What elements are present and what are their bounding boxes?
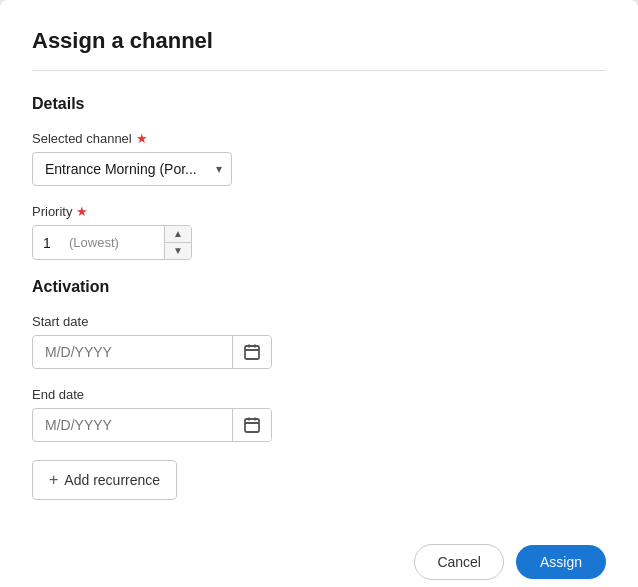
add-recurrence-button[interactable]: + Add recurrence	[32, 460, 177, 500]
assign-button[interactable]: Assign	[516, 545, 606, 579]
priority-up-button[interactable]: ▲	[165, 226, 191, 243]
details-section-title: Details	[32, 95, 606, 113]
calendar-icon	[243, 416, 261, 434]
required-star-channel: ★	[136, 131, 148, 146]
activation-section: Activation Start date En	[32, 278, 606, 500]
svg-rect-4	[245, 419, 259, 432]
end-date-wrapper	[32, 408, 272, 442]
priority-value: 1	[33, 229, 61, 257]
modal-title: Assign a channel	[32, 28, 606, 54]
add-recurrence-label: Add recurrence	[64, 472, 160, 488]
plus-icon: +	[49, 471, 58, 489]
activation-section-title: Activation	[32, 278, 606, 296]
start-date-calendar-button[interactable]	[232, 336, 271, 368]
start-date-label: Start date	[32, 314, 606, 329]
priority-field: Priority ★ 1 (Lowest) ▲ ▼	[32, 204, 606, 260]
priority-label: Priority ★	[32, 204, 606, 219]
priority-spinners: ▲ ▼	[164, 226, 191, 259]
selected-channel-label: Selected channel ★	[32, 131, 606, 146]
calendar-icon	[243, 343, 261, 361]
assign-channel-modal: Assign a channel Details Selected channe…	[0, 0, 638, 587]
priority-down-button[interactable]: ▼	[165, 243, 191, 259]
priority-control: 1 (Lowest) ▲ ▼	[32, 225, 192, 260]
selected-channel-field: Selected channel ★ Entrance Morning (Por…	[32, 131, 606, 186]
svg-rect-0	[245, 346, 259, 359]
start-date-wrapper	[32, 335, 272, 369]
cancel-button[interactable]: Cancel	[414, 544, 504, 580]
modal-footer: Cancel Assign	[0, 524, 638, 587]
modal-header: Assign a channel	[0, 0, 638, 70]
end-date-field: End date	[32, 387, 606, 442]
priority-hint: (Lowest)	[61, 229, 164, 256]
end-date-label: End date	[32, 387, 606, 402]
end-date-calendar-button[interactable]	[232, 409, 271, 441]
channel-select-wrapper: Entrance Morning (Por... ▾	[32, 152, 232, 186]
channel-select[interactable]: Entrance Morning (Por...	[32, 152, 232, 186]
required-star-priority: ★	[76, 204, 88, 219]
start-date-input[interactable]	[33, 336, 232, 368]
start-date-field: Start date	[32, 314, 606, 369]
modal-body: Details Selected channel ★ Entrance Morn…	[0, 71, 638, 524]
end-date-input[interactable]	[33, 409, 232, 441]
